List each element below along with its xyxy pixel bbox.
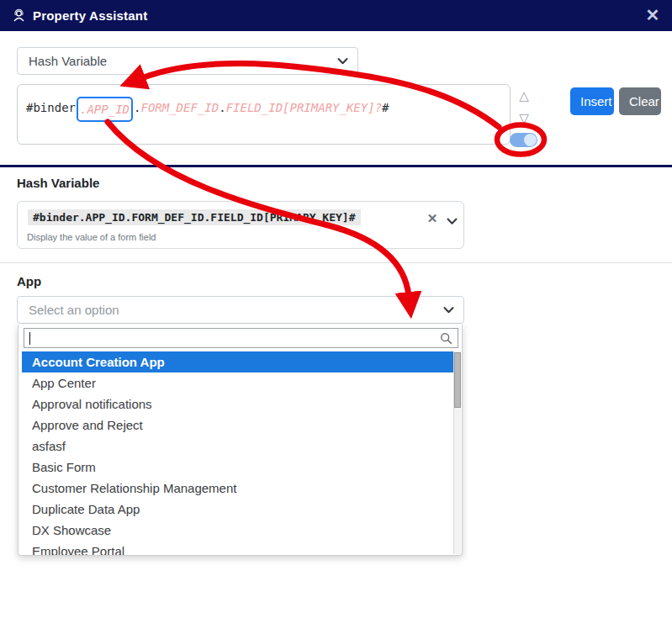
app-id-token-box[interactable]: .APP_ID [77, 97, 133, 122]
clear-button[interactable]: Clear [619, 87, 661, 115]
app-option[interactable]: Account Creation App [22, 351, 453, 372]
app-option[interactable]: Basic Form [22, 457, 453, 478]
assistant-toggle-switch[interactable] [510, 133, 537, 147]
chevron-down-icon[interactable] [447, 214, 458, 229]
app-option[interactable]: DX Showcase [22, 520, 453, 541]
form-def-id-token: FORM_DEF_ID [140, 97, 219, 119]
hash-variable-section-label: Hash Variable [17, 176, 99, 190]
app-options-list: Account Creation AppApp CenterApproval n… [22, 351, 453, 555]
expression-prefix: #binder [26, 97, 76, 119]
text-caret [29, 332, 30, 345]
dropdown-scrollbar[interactable] [453, 351, 461, 554]
close-icon[interactable]: ✕ [643, 6, 662, 24]
chevron-down-icon [443, 306, 454, 314]
app-option[interactable]: asfasf [22, 436, 453, 457]
app-section-label: App [17, 274, 41, 288]
hash-variable-description: Display the value of a form field [27, 232, 156, 242]
expression-dot: . [134, 97, 140, 119]
insert-button[interactable]: Insert [570, 87, 614, 115]
section-divider [0, 165, 672, 167]
variable-type-value: Hash Variable [29, 54, 107, 68]
hash-variable-value: #binder.APP_ID.FORM_DEF_ID.FIELD_ID[PRIM… [28, 209, 361, 225]
app-option[interactable]: Approval notifications [22, 394, 453, 415]
chevron-down-icon [337, 57, 348, 65]
section-divider [0, 262, 672, 263]
app-option[interactable]: Duplicate Data App [22, 499, 453, 520]
scrollbar-thumb[interactable] [454, 352, 461, 408]
app-select-placeholder: Select an option [29, 303, 119, 317]
app-option[interactable]: App Center [22, 372, 453, 394]
property-assistant-dialog: Property Assistant ✕ Hash Variable #bind… [0, 0, 672, 618]
scroll-down-icon[interactable]: ▽ [515, 112, 533, 125]
app-option[interactable]: Customer Relationship Management [22, 478, 453, 499]
field-id-token: FIELD_ID[PRIMARY_KEY]? [226, 97, 382, 119]
dialog-header: Property Assistant ✕ [0, 0, 672, 31]
hash-variable-summary[interactable]: #binder.APP_ID.FORM_DEF_ID.FIELD_ID[PRIM… [17, 201, 464, 249]
app-dropdown-panel: Account Creation AppApp CenterApproval n… [18, 325, 463, 556]
app-id-token: .APP_ID [80, 103, 130, 116]
app-option[interactable]: Employee Portal [22, 541, 453, 555]
variable-type-select[interactable]: Hash Variable [17, 47, 358, 75]
search-icon [440, 332, 452, 348]
dialog-title: Property Assistant [33, 8, 147, 23]
remove-icon[interactable]: ✕ [425, 211, 440, 226]
app-search-input[interactable] [24, 329, 458, 347]
app-select[interactable]: Select an option [17, 296, 464, 324]
app-search-box[interactable] [24, 328, 458, 348]
toggle-knob [524, 134, 537, 146]
expression-dot: . [219, 97, 225, 119]
hash-expression-input[interactable]: #binder.APP_ID.FORM_DEF_ID.FIELD_ID[PRIM… [17, 84, 511, 145]
expression-suffix: # [382, 97, 389, 119]
app-option[interactable]: Approve and Reject [22, 415, 453, 436]
scroll-up-icon[interactable]: △ [515, 89, 533, 103]
assistant-person-icon [12, 8, 26, 23]
